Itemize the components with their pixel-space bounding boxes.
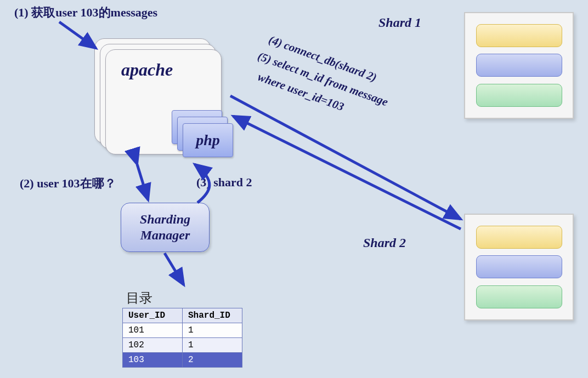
db-row bbox=[476, 54, 562, 77]
step-3-label: (3) shard 2 bbox=[196, 175, 252, 190]
table-row: 101 1 bbox=[123, 323, 242, 338]
sharding-manager-line1: Sharding bbox=[140, 211, 190, 227]
php-label: php bbox=[183, 124, 233, 157]
db-row bbox=[476, 24, 562, 47]
directory-table: User_ID Shard_ID 101 1 102 1 103 2 bbox=[122, 308, 242, 368]
directory-col-userid: User_ID bbox=[123, 308, 183, 323]
sharding-manager-box: Sharding Manager bbox=[121, 203, 210, 252]
apache-server: apache php bbox=[94, 38, 220, 153]
shard-2-db bbox=[464, 214, 574, 320]
step-2-label: (2) user 103在哪？ bbox=[20, 175, 116, 192]
svg-line-2 bbox=[137, 164, 148, 200]
db-row bbox=[476, 84, 562, 107]
php-module: php bbox=[172, 110, 232, 159]
directory-title: 目录 bbox=[126, 289, 152, 307]
shard-1-db bbox=[464, 12, 574, 119]
shard-1-label: Shard 1 bbox=[378, 15, 421, 30]
svg-line-5 bbox=[233, 116, 461, 229]
step-1-label: (1) 获取user 103的messages bbox=[14, 4, 157, 21]
svg-line-4 bbox=[230, 96, 461, 219]
shard-2-label: Shard 2 bbox=[363, 236, 406, 250]
apache-label: apache bbox=[121, 60, 221, 80]
db-row bbox=[476, 255, 562, 278]
db-row bbox=[476, 226, 562, 249]
table-row: 103 2 bbox=[123, 353, 242, 368]
svg-line-1 bbox=[59, 22, 96, 48]
table-row: 102 1 bbox=[123, 338, 242, 353]
db-row bbox=[476, 285, 562, 308]
svg-line-3 bbox=[165, 253, 184, 285]
sharding-manager-line2: Manager bbox=[140, 227, 190, 243]
directory-col-shardid: Shard_ID bbox=[183, 308, 242, 323]
